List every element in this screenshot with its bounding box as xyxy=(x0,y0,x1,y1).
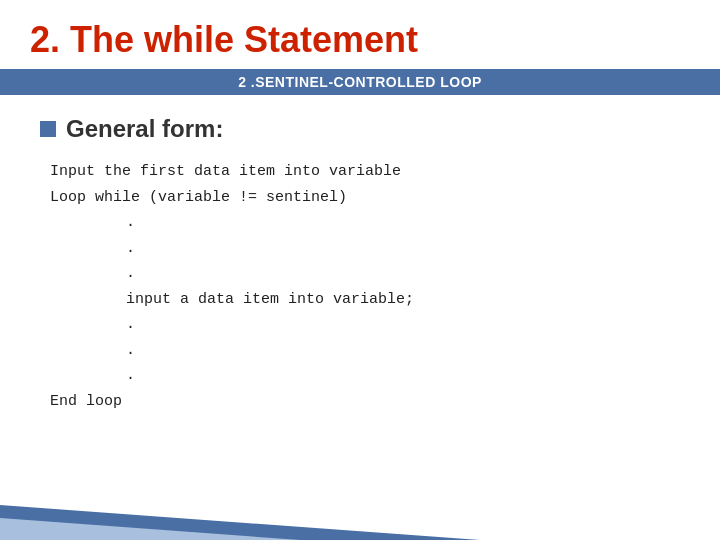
code-line-8: . xyxy=(50,312,680,338)
title-text: The while Statement xyxy=(60,19,418,60)
bottom-decoration xyxy=(0,490,720,540)
title-number: 2. xyxy=(30,19,60,60)
bottom-svg xyxy=(0,490,720,540)
section-header: General form: xyxy=(40,115,680,143)
code-line-11: End loop xyxy=(50,389,680,415)
code-line-5: . xyxy=(50,236,680,262)
code-line-1: Input the first data item into variable xyxy=(50,159,680,185)
code-line-3: Loop while (variable != sentinel) xyxy=(50,185,680,211)
code-line-9: . xyxy=(50,338,680,364)
main-title: 2. The while Statement xyxy=(30,18,690,61)
code-block: Input the first data item into variable … xyxy=(40,159,680,414)
slide: 2. The while Statement 2 .SENTINEL-CONTR… xyxy=(0,0,720,540)
code-line-10: . xyxy=(50,363,680,389)
subtitle-text: 2 .SENTINEL-CONTROLLED LOOP xyxy=(30,74,690,90)
content-area: General form: Input the first data item … xyxy=(0,95,720,434)
section-label: General form: xyxy=(66,115,223,143)
bullet-icon xyxy=(40,121,56,137)
title-area: 2. The while Statement xyxy=(0,0,720,69)
code-line-6: . xyxy=(50,261,680,287)
code-line-7: input a data item into variable; xyxy=(50,287,680,313)
code-line-4: . xyxy=(50,210,680,236)
subtitle-bar: 2 .SENTINEL-CONTROLLED LOOP xyxy=(0,69,720,95)
